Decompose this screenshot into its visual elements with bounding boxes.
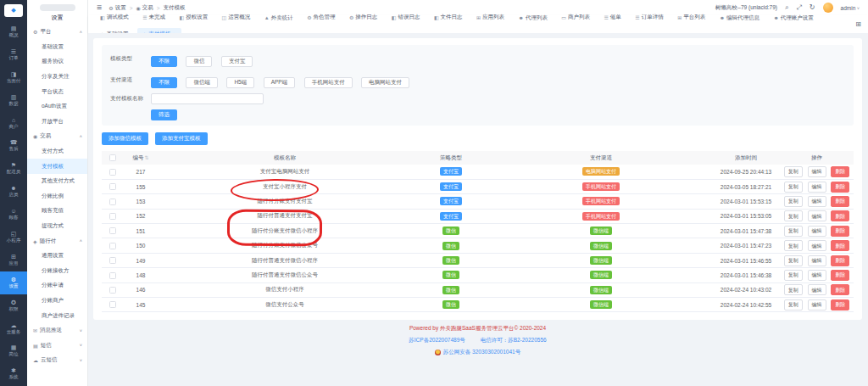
sidebar-menu-item[interactable]: 支付方式	[27, 144, 87, 159]
sidebar-menu-item[interactable]: 分享及关注	[27, 70, 87, 85]
page-tab[interactable]: ▲ 外卖统计	[259, 12, 298, 25]
edit-button[interactable]: 编辑	[808, 299, 826, 310]
page-tab[interactable]: ◧ 调试模式	[95, 11, 134, 24]
sidebar-menu-item[interactable]: 顾客充值	[27, 204, 87, 219]
sidebar-menu-item[interactable]: oAuth设置	[27, 99, 87, 115]
page-tab[interactable]: ☰ 催单	[598, 11, 626, 24]
tabs-menu-icon[interactable]: ⊞	[855, 20, 861, 28]
edit-button[interactable]: 编辑	[808, 240, 826, 251]
sidebar-menu-item[interactable]: 开放平台	[27, 115, 87, 130]
row-checkbox[interactable]	[109, 301, 116, 308]
rail-item[interactable]: ☰ 订单	[0, 43, 27, 66]
filter-option-button[interactable]: 不限	[151, 77, 177, 88]
sidebar-menu-item[interactable]: 其他支付方式	[27, 174, 87, 189]
sidebar-menu-item[interactable]: 分账商户	[27, 294, 87, 309]
delete-button[interactable]: 删除	[831, 240, 849, 251]
filter-option-button[interactable]: 不限	[151, 56, 177, 67]
filter-option-button[interactable]: 手机网站支付	[304, 77, 353, 88]
rail-item[interactable]: ▦ 岗位	[0, 339, 27, 362]
rail-item[interactable]: ◱ 小程序	[0, 226, 27, 249]
sidebar-menu-item[interactable]: 平台状态	[27, 84, 87, 99]
app-logo[interactable]: ◆	[0, 0, 27, 20]
edit-button[interactable]: 编辑	[808, 196, 826, 207]
row-checkbox[interactable]	[109, 243, 116, 249]
icp-link[interactable]: 苏ICP备2022007489号	[409, 337, 465, 343]
page-tab[interactable]: ☻ 编辑代理信息	[715, 12, 765, 25]
rail-item[interactable]: ☎ 售后	[0, 134, 27, 157]
copy-button[interactable]: 复制	[784, 166, 803, 177]
sidebar-menu-item[interactable]: 服务协议	[27, 54, 87, 70]
filter-submit-button[interactable]: 筛选	[151, 109, 177, 120]
edit-button[interactable]: 编辑	[808, 166, 826, 177]
delete-button[interactable]: 删除	[831, 166, 849, 177]
delete-button[interactable]: 删除	[831, 210, 849, 221]
select-all-checkbox[interactable]	[109, 154, 116, 161]
row-checkbox[interactable]	[109, 213, 116, 220]
edit-button[interactable]: 编辑	[808, 182, 826, 193]
sidebar-menu-item[interactable]: 分账申请	[27, 278, 87, 294]
sidebar-menu-item[interactable]: ▤ 短信 ˅	[27, 338, 87, 353]
filter-option-button[interactable]: 微信端	[186, 77, 218, 88]
page-tab[interactable]: ◧ 授权设置	[174, 11, 213, 24]
copy-button[interactable]: 复制	[784, 226, 803, 237]
rail-item[interactable]: ▥ 数据	[0, 89, 27, 112]
telecom-license-link[interactable]: 电信许可：苏B2-20220556	[481, 337, 547, 343]
delete-button[interactable]: 删除	[831, 182, 849, 193]
sidebar-menu-item[interactable]: 商户进件记录	[27, 308, 87, 323]
copy-button[interactable]: 复制	[784, 255, 803, 266]
sidebar-menu-item[interactable]: ◈ 随行付 ˄	[27, 233, 87, 249]
filter-option-button[interactable]: APP端	[264, 77, 296, 88]
rail-item[interactable]: ✱ 系统	[0, 362, 27, 385]
rail-item[interactable]: ☺ 顾客	[0, 203, 27, 226]
sidebar-menu-item[interactable]: ✉ 消息推送 ˅	[27, 323, 87, 338]
rail-item[interactable]: ⚑ 配送员	[0, 157, 27, 180]
sidebar-menu-item[interactable]: ◉ 交易 ˄	[27, 129, 87, 144]
add-alipay-template-button[interactable]: 添加支付宝模板	[155, 132, 208, 145]
sidebar-menu-item[interactable]: 分账比例	[27, 189, 87, 204]
add-wechat-template-button[interactable]: 添加微信模板	[102, 132, 148, 145]
page-tab[interactable]: ▭ 商户列表	[556, 11, 595, 24]
sidebar-menu-item[interactable]: 通用设置	[27, 249, 87, 264]
sidebar-menu-item[interactable]: ☁ 云短信 ˅	[27, 353, 87, 368]
edit-button[interactable]: 编辑	[808, 255, 826, 266]
delete-button[interactable]: 删除	[831, 226, 849, 237]
row-checkbox[interactable]	[109, 257, 116, 264]
delete-button[interactable]: 删除	[831, 196, 849, 207]
row-checkbox[interactable]	[109, 227, 116, 234]
sidebar-menu-item[interactable]: 支付模板	[27, 159, 87, 174]
rail-item[interactable]: ☻ 店员	[0, 180, 27, 203]
page-tab[interactable]: ⊞ 平台列表	[672, 11, 710, 24]
filter-option-button[interactable]: H5端	[226, 77, 254, 88]
copy-button[interactable]: 复制	[784, 182, 803, 193]
page-tab[interactable]: ◧ 文件日志	[429, 11, 468, 24]
filter-option-button[interactable]: 电脑网站支付	[361, 77, 409, 88]
rail-item[interactable]: ◨ 当面付	[0, 66, 27, 89]
edit-button[interactable]: 编辑	[808, 270, 826, 281]
delete-button[interactable]: 删除	[831, 284, 849, 295]
page-tab[interactable]: ◧ 错误日志	[387, 11, 426, 24]
filter-option-button[interactable]: 支付宝	[221, 56, 253, 67]
column-id[interactable]: 编号⇅	[124, 151, 158, 165]
delete-button[interactable]: 删除	[831, 270, 849, 281]
rail-item[interactable]: ✪ 权限	[0, 294, 27, 317]
rail-item[interactable]: ⊞ 应用	[0, 249, 27, 271]
filter-option-button[interactable]: 微信	[186, 56, 212, 67]
page-tab[interactable]: ◫ 运营概况	[217, 11, 256, 24]
page-tab[interactable]: ⚙ 操作日志	[344, 11, 382, 24]
sidebar-menu-item[interactable]: 基础设置	[27, 40, 87, 55]
edit-button[interactable]: 编辑	[808, 226, 826, 237]
rail-item[interactable]: ⚙ 设置	[0, 271, 27, 294]
page-tab[interactable]: ⊞ 应用列表	[471, 11, 509, 24]
page-tab[interactable]: ☻ 代理列表	[514, 12, 553, 25]
copy-button[interactable]: 复制	[784, 299, 803, 310]
police-link[interactable]: 苏公网安备 32030302001041号	[443, 349, 520, 356]
row-checkbox[interactable]	[109, 199, 116, 205]
delete-button[interactable]: 删除	[831, 299, 849, 310]
delete-button[interactable]: 删除	[831, 255, 849, 266]
page-tab[interactable]: ⚙ 角色管理	[302, 11, 340, 24]
copy-button[interactable]: 复制	[784, 210, 803, 221]
rail-item[interactable]: ⌂ 商户	[0, 112, 27, 135]
copy-button[interactable]: 复制	[784, 196, 803, 207]
row-checkbox[interactable]	[109, 183, 116, 190]
row-checkbox[interactable]	[109, 272, 116, 279]
